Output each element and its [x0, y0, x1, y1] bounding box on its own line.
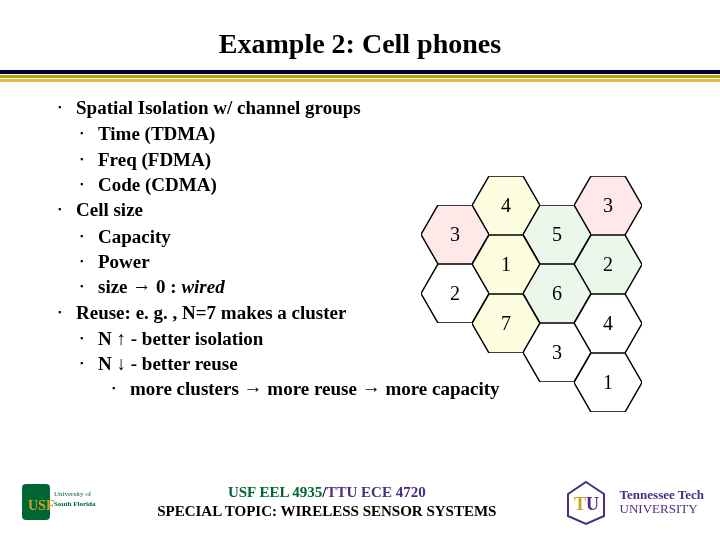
text: Code (CDMA): [98, 174, 217, 195]
text: N: [98, 328, 116, 349]
slide-footer: USF University of South Florida USF EEL …: [0, 476, 720, 528]
ttu-logo-icon: T U: [558, 476, 614, 528]
text-usf-course: USF EEL 4935: [228, 484, 322, 500]
footer-text: USF EEL 4935/TTU ECE 4720 SPECIAL TOPIC:…: [96, 483, 558, 521]
svg-text:South Florida: South Florida: [54, 500, 96, 508]
slide-body: Spatial Isolation w/ channel groups Time…: [0, 82, 720, 402]
text: Power: [98, 251, 150, 272]
footer-subtitle: SPECIAL TOPIC: WIRELESS SENSOR SYSTEMS: [96, 502, 558, 521]
bullet-reuse: Reuse: e. g. , N=7 makes a cluster: [58, 301, 700, 325]
text: 0 :: [151, 276, 181, 297]
bullet-time-tdma: Time (TDMA): [80, 122, 700, 146]
text-ttu-course: TTU ECE 4720: [327, 484, 426, 500]
bullet-cell-size: Cell size: [58, 198, 700, 222]
usf-logo-icon: USF University of South Florida: [16, 476, 96, 528]
title-divider: [0, 70, 720, 82]
text: Freq (FDMA): [98, 149, 211, 170]
text: Cell size: [76, 199, 143, 220]
text: UNIVERSITY: [620, 502, 704, 516]
text: N: [98, 353, 116, 374]
text: more clusters → more reuse → more capaci…: [130, 378, 500, 399]
bullet-n-up: N ↑ - better isolation: [80, 327, 700, 351]
bullet-power: Power: [80, 250, 700, 274]
svg-text:USF: USF: [28, 498, 54, 513]
text: Time (TDMA): [98, 123, 215, 144]
up-arrow-icon: ↑: [116, 328, 126, 349]
text: Tennessee Tech: [620, 488, 704, 502]
bullet-size-wired: size → 0 : wired: [80, 275, 700, 299]
text: Reuse: e. g. , N=7 makes a cluster: [76, 302, 346, 323]
arrow-icon: →: [132, 276, 151, 297]
bullet-capacity: Capacity: [80, 225, 700, 249]
text: - better reuse: [126, 353, 238, 374]
text: size: [98, 276, 132, 297]
bullet-more-clusters: more clusters → more reuse → more capaci…: [112, 377, 700, 401]
bullet-code-cdma: Code (CDMA): [80, 173, 700, 197]
svg-text:T: T: [574, 494, 586, 514]
svg-text:U: U: [586, 494, 599, 514]
svg-text:University of: University of: [54, 490, 92, 498]
down-arrow-icon: ↓: [116, 353, 126, 374]
text: - better isolation: [126, 328, 263, 349]
ttu-text: Tennessee Tech UNIVERSITY: [620, 488, 704, 517]
text: Capacity: [98, 226, 171, 247]
bullet-freq-fdma: Freq (FDMA): [80, 148, 700, 172]
slide-title: Example 2: Cell phones: [0, 0, 720, 70]
bullet-n-down: N ↓ - better reuse: [80, 352, 700, 376]
text-italic: wired: [181, 276, 224, 297]
text: Spatial Isolation w/ channel groups: [76, 97, 361, 118]
bullet-spatial-isolation: Spatial Isolation w/ channel groups: [58, 96, 700, 120]
